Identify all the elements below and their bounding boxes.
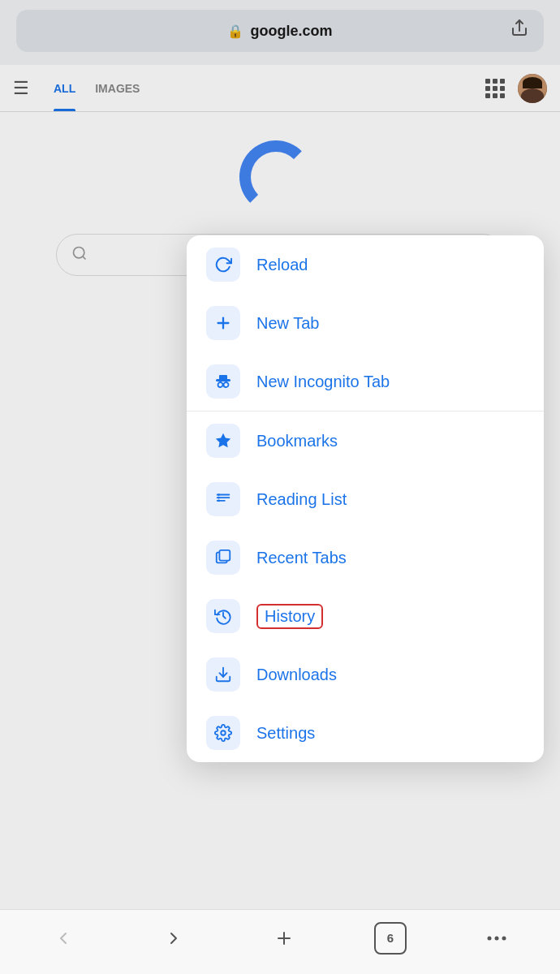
menu-item-incognito[interactable]: New Incognito Tab xyxy=(187,352,544,411)
search-icon xyxy=(71,245,88,265)
reload-icon xyxy=(214,256,232,274)
svg-point-20 xyxy=(221,730,226,735)
incognito-label: New Incognito Tab xyxy=(256,373,390,391)
new-tab-label: New Tab xyxy=(256,314,319,333)
address-bar[interactable]: 🔒 google.com xyxy=(16,10,544,52)
settings-icon-bg xyxy=(206,716,240,750)
reading-list-label: Reading List xyxy=(256,490,347,509)
reload-label: Reload xyxy=(256,256,308,274)
nav-bar: ☰ ALL IMAGES xyxy=(0,65,560,112)
menu-item-bookmarks[interactable]: Bookmarks xyxy=(187,412,544,470)
bookmarks-label: Bookmarks xyxy=(256,432,338,450)
tab-images[interactable]: IMAGES xyxy=(85,65,149,111)
tab-count-label: 6 xyxy=(387,931,394,945)
svg-rect-6 xyxy=(219,375,227,380)
incognito-icon xyxy=(213,372,233,391)
history-icon xyxy=(214,607,232,625)
bookmarks-icon xyxy=(214,432,232,450)
svg-point-24 xyxy=(495,936,499,940)
menu-item-new-tab[interactable]: New Tab xyxy=(187,294,544,352)
menu-item-reload[interactable]: Reload xyxy=(187,235,544,294)
bottom-bar: 6 xyxy=(0,909,560,974)
downloads-label: Downloads xyxy=(256,666,337,684)
lock-icon: 🔒 xyxy=(227,24,243,39)
history-label: History xyxy=(256,604,323,629)
svg-point-8 xyxy=(224,382,229,387)
svg-point-25 xyxy=(502,936,506,940)
recent-tabs-icon-bg xyxy=(206,541,240,575)
google-logo xyxy=(231,144,329,209)
recent-tabs-label: Recent Tabs xyxy=(256,549,347,567)
settings-label: Settings xyxy=(256,724,315,743)
nav-right xyxy=(485,74,547,103)
svg-point-7 xyxy=(218,382,223,387)
menu-item-settings[interactable]: Settings xyxy=(187,704,544,762)
svg-point-1 xyxy=(74,247,84,257)
svg-point-23 xyxy=(488,936,492,940)
svg-point-16 xyxy=(218,499,220,502)
downloads-icon-bg xyxy=(206,657,240,692)
svg-point-14 xyxy=(218,493,220,496)
bookmarks-icon-bg xyxy=(206,424,240,458)
menu-item-recent-tabs[interactable]: Recent Tabs xyxy=(187,528,544,587)
dropdown-menu: Reload New Tab New Incognito Tab xyxy=(187,235,544,762)
google-g-circle xyxy=(239,140,312,213)
more-button[interactable] xyxy=(476,918,517,959)
reading-list-icon-bg xyxy=(206,482,240,516)
tab-all[interactable]: ALL xyxy=(44,65,85,111)
menu-item-reading-list[interactable]: Reading List xyxy=(187,470,544,528)
downloads-icon xyxy=(214,666,232,683)
apps-icon[interactable] xyxy=(485,79,505,98)
recent-tabs-icon xyxy=(214,549,232,567)
url-text: google.com xyxy=(250,23,332,40)
svg-line-2 xyxy=(83,256,86,259)
settings-icon xyxy=(214,724,232,742)
history-icon-bg xyxy=(206,599,240,633)
back-button[interactable] xyxy=(43,918,84,959)
reading-list-icon xyxy=(214,490,232,508)
forward-button[interactable] xyxy=(153,918,194,959)
hamburger-icon[interactable]: ☰ xyxy=(13,80,29,97)
new-tab-icon-bg xyxy=(206,306,240,340)
svg-rect-18 xyxy=(219,550,230,561)
menu-item-downloads[interactable]: Downloads xyxy=(187,645,544,704)
tab-count-button[interactable]: 6 xyxy=(374,922,407,955)
avatar[interactable] xyxy=(518,74,547,103)
svg-point-15 xyxy=(218,497,220,499)
reload-icon-bg xyxy=(206,248,240,282)
svg-marker-10 xyxy=(216,433,230,447)
menu-item-history[interactable]: History xyxy=(187,587,544,645)
share-icon[interactable] xyxy=(510,19,529,43)
add-tab-button[interactable] xyxy=(264,918,304,959)
incognito-icon-bg xyxy=(206,364,240,399)
new-tab-icon xyxy=(214,314,232,332)
